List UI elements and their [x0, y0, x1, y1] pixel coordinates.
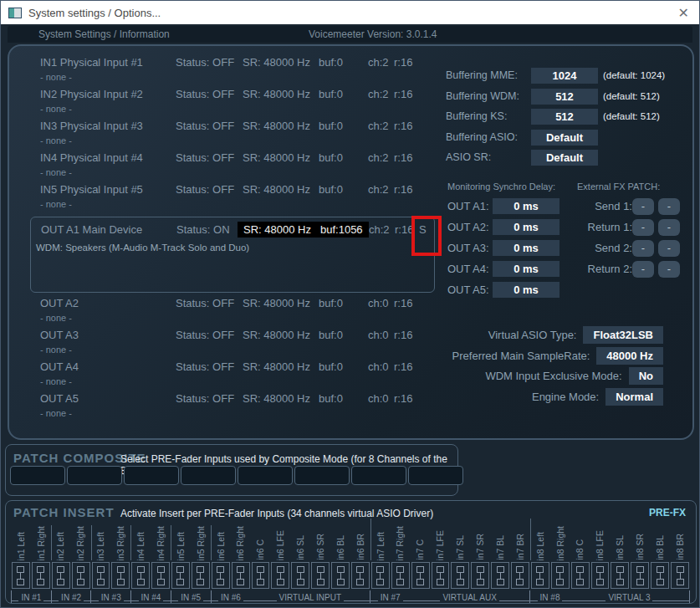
composite-patch-button[interactable]	[124, 466, 179, 485]
insert-switch[interactable]	[432, 562, 450, 589]
insert-switch[interactable]	[131, 562, 150, 589]
insert-switch[interactable]	[72, 562, 90, 589]
device-name: OUT A5	[40, 392, 79, 405]
device-row[interactable]: IN1 Physical Input #1 Status: OFF SR: 48…	[33, 54, 435, 86]
insert-switch[interactable]	[611, 562, 629, 589]
fx-patch-button-1[interactable]: -	[632, 219, 654, 236]
insert-switch-icon	[497, 566, 504, 585]
insert-group: IN #6	[211, 590, 251, 603]
insert-group: IN #8	[529, 590, 570, 603]
composite-patch-button[interactable]	[294, 466, 350, 485]
insert-switch[interactable]	[212, 562, 230, 589]
device-row[interactable]: IN3 Physical Input #3 Status: OFF SR: 48…	[33, 118, 435, 150]
insert-switch[interactable]	[111, 562, 130, 589]
device-row[interactable]: IN5 Physical Input #5 Status: OFF SR: 48…	[33, 181, 435, 213]
insert-channel-label: in7 LFE	[431, 519, 451, 560]
insert-switch-icon	[416, 566, 424, 585]
device-buffer: buf:1056	[314, 222, 369, 238]
delay-value-button[interactable]: 0 ms	[493, 282, 559, 298]
insert-channel-label: in7 Left	[370, 519, 391, 560]
device-row[interactable]: IN4 Physical Input #4 Status: OFF SR: 48…	[33, 150, 435, 181]
insert-switch-icon	[77, 566, 84, 585]
insert-switch[interactable]	[331, 562, 350, 589]
insert-switch[interactable]	[52, 562, 70, 589]
insert-switch[interactable]	[311, 562, 330, 589]
buffering-default: (default: 512)	[603, 91, 660, 101]
buffering-value-button[interactable]: Default	[531, 150, 598, 166]
red-highlight-annotation	[411, 216, 442, 256]
buffering-value-button[interactable]: 512	[531, 89, 598, 105]
composite-patch-button[interactable]	[408, 466, 463, 485]
device-name: IN1 Physical Input #1	[40, 56, 143, 69]
patch-insert-box: PATCH INSERT Activate Insert per PRE-Fad…	[5, 500, 697, 604]
fx-patch-label: Return 1:	[548, 221, 632, 233]
insert-switch[interactable]	[571, 562, 590, 589]
insert-switch[interactable]	[371, 562, 390, 589]
insert-group-label: VIRTUAL INPUT	[277, 592, 344, 603]
composite-patch-button[interactable]	[238, 466, 293, 485]
buffering-value-button[interactable]: 512	[531, 109, 598, 125]
insert-switch[interactable]	[351, 562, 370, 589]
insert-switch[interactable]	[12, 562, 30, 589]
option-value-button[interactable]: No	[629, 367, 663, 385]
device-resolution: r:16	[394, 151, 412, 164]
insert-switch[interactable]	[411, 562, 430, 589]
insert-switch[interactable]	[591, 562, 610, 589]
composite-patch-button[interactable]	[67, 466, 122, 485]
buffering-value-button[interactable]: 1024	[531, 68, 598, 84]
option-value-button[interactable]: 48000 Hz	[596, 347, 663, 365]
device-row[interactable]: OUT A4 Status: OFF SR: 48000 Hz buf:0 ch…	[33, 359, 435, 391]
insert-switch[interactable]	[471, 562, 489, 589]
fx-patch-button-1[interactable]: -	[632, 240, 654, 257]
insert-switch[interactable]	[391, 562, 410, 589]
fx-patch-button-2[interactable]: -	[658, 240, 680, 257]
insert-switch[interactable]	[531, 562, 549, 589]
insert-group: IN #3	[90, 590, 130, 603]
insert-switch[interactable]	[252, 562, 270, 589]
insert-switch[interactable]	[671, 562, 689, 589]
option-value-button[interactable]: Normal	[605, 388, 663, 406]
composite-patch-button[interactable]	[351, 466, 406, 485]
device-selection: - none -	[40, 104, 72, 114]
insert-switch[interactable]	[651, 562, 669, 589]
device-buffer: buf:0	[319, 183, 343, 196]
device-row[interactable]: OUT A3 Status: OFF SR: 48000 Hz buf:0 ch…	[33, 327, 435, 359]
insert-switch[interactable]	[511, 562, 529, 589]
buffering-default: (default: 512)	[603, 111, 660, 121]
insert-switch[interactable]	[171, 562, 190, 589]
fx-patch-button-1[interactable]: -	[632, 261, 654, 278]
device-name: IN3 Physical Input #3	[40, 120, 143, 132]
insert-channel-labels: in1 Leftin1 Rightin2 Leftin2 Rightin3 Le…	[11, 519, 690, 560]
buffering-value-button[interactable]: Default	[531, 130, 598, 146]
option-label: WDM Input Exclusive Mode:	[485, 370, 621, 382]
option-value-button[interactable]: Float32LSB	[583, 326, 663, 344]
insert-switch[interactable]	[32, 562, 50, 589]
out-a1-device-row[interactable]: OUT A1 Main Device Status: ON SR: 48000 …	[30, 217, 435, 293]
device-samplerate: SR: 48000 Hz	[243, 360, 310, 373]
insert-switch[interactable]	[192, 562, 210, 589]
insert-switch[interactable]	[232, 562, 250, 589]
insert-switch[interactable]	[491, 562, 509, 589]
composite-patch-button[interactable]	[10, 466, 65, 485]
insert-switch[interactable]	[551, 562, 570, 589]
insert-channel-label: in2 Right	[71, 519, 91, 560]
insert-switch[interactable]	[451, 562, 469, 589]
device-row[interactable]: OUT A2 Status: OFF SR: 48000 Hz buf:0 ch…	[33, 295, 435, 327]
fx-patch-button-2[interactable]: -	[658, 219, 680, 236]
composite-patch-button[interactable]	[181, 466, 236, 485]
insert-channel-label: in7 SR	[470, 519, 490, 560]
device-row[interactable]: OUT A5 Status: OFF SR: 48000 Hz buf:0 ch…	[33, 391, 435, 422]
insert-channel-label: in3 Right	[110, 519, 130, 560]
close-icon[interactable]: ✕	[678, 5, 689, 21]
insert-switch[interactable]	[271, 562, 289, 589]
fx-patch-button-2[interactable]: -	[658, 198, 680, 215]
insert-switch[interactable]	[151, 562, 170, 589]
insert-switch[interactable]	[92, 562, 110, 589]
option-label: Preferred Main SampleRate:	[452, 350, 590, 362]
device-row[interactable]: IN2 Physical Input #2 Status: OFF SR: 48…	[33, 86, 435, 118]
fx-patch-button-2[interactable]: -	[658, 261, 680, 278]
insert-switch[interactable]	[631, 562, 649, 589]
insert-switch[interactable]	[291, 562, 309, 589]
pre-fx-button[interactable]: PRE-FX	[649, 507, 686, 519]
fx-patch-button-1[interactable]: -	[632, 198, 654, 215]
